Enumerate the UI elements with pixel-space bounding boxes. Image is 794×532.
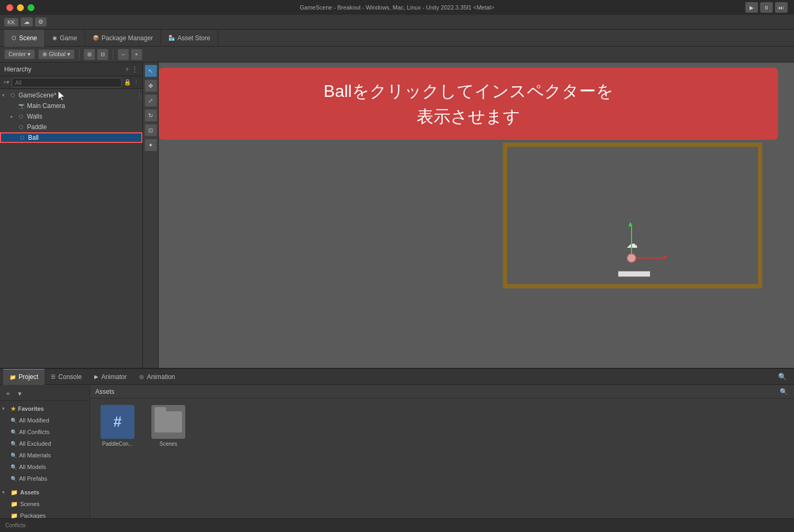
tab-package-manager[interactable]: 📦 Package Manager — [85, 30, 161, 47]
package-tab-icon: 📦 — [93, 35, 99, 41]
tab-console[interactable]: ☰ Console — [44, 369, 88, 385]
packages-folder-item[interactable]: 📁 Packages — [0, 510, 89, 518]
tab-animation[interactable]: ◎ Animation — [133, 369, 181, 385]
all-modified-item[interactable]: 🔍 All Modified — [0, 414, 89, 426]
grid-icon[interactable]: ⊞ — [84, 49, 95, 60]
project-sidebar: + ▾ ▾ ★ Favorites 🔍 All Modified 🔍 — [0, 385, 90, 518]
packages-folder-label: Packages — [20, 512, 46, 518]
asset-tab-label: Asset Store — [177, 34, 210, 42]
animator-tab-icon: ▶ — [94, 374, 98, 380]
center-button[interactable]: Center ▾ — [4, 49, 35, 59]
maximize-button[interactable] — [28, 4, 34, 11]
favorites-header[interactable]: ▾ ★ Favorites — [0, 403, 89, 414]
global-label: ⊕ Global ▾ — [42, 51, 70, 58]
conflicts-text: Conflicts — [5, 522, 25, 528]
all-excluded-item[interactable]: 🔍 All Excluded — [0, 438, 89, 449]
scale-tool[interactable]: ↻ — [145, 109, 157, 122]
all-prefabs-label: All Prefabs — [19, 475, 47, 482]
settings-button[interactable]: ⚙ — [35, 17, 47, 26]
global-button[interactable]: ⊕ Global ▾ — [38, 49, 75, 59]
scenes-folder-item[interactable]: 📁 Scenes — [0, 498, 89, 510]
search-icon-conflicts: 🔍 — [11, 429, 17, 435]
bottom-panel: 📁 Project ☰ Console ▶ Animator ◎ Animati… — [0, 368, 794, 532]
all-materials-item[interactable]: 🔍 All Materials — [0, 449, 89, 461]
tree-item-walls[interactable]: ▸ ⬡ Walls — [0, 111, 142, 122]
tree-item-ball[interactable]: ▸ ⬡ Ball — [0, 132, 142, 143]
all-models-item[interactable]: 🔍 All Models — [0, 461, 89, 473]
step-button[interactable]: ⏭ — [775, 2, 788, 13]
bottom-content: + ▾ ▾ ★ Favorites 🔍 All Modified 🔍 — [0, 385, 794, 518]
account-section: KK ☁ ⚙ — [4, 17, 47, 26]
ball-object[interactable] — [631, 258, 641, 267]
title-bar: GameScene - Breakout - Windows, Mac, Lin… — [0, 0, 794, 15]
scene-tab-icon: ⬡ — [12, 35, 16, 41]
layers-icon[interactable]: ⊟ — [97, 49, 109, 60]
assets-panel-title: Assets — [95, 388, 114, 395]
rect-tool[interactable]: ⊡ — [145, 124, 157, 137]
project-tab-label: Project — [19, 373, 38, 381]
scenes-folder-asset-icon — [151, 405, 185, 439]
hierarchy-title: Hierarchy — [4, 66, 31, 73]
toolbar-row: KK ☁ ⚙ — [0, 15, 794, 30]
tooltip-text: Ballをクリックしてインスペクターを 表示させます — [323, 78, 613, 129]
tab-project[interactable]: 📁 Project — [3, 369, 44, 385]
gizmo-y-arrow — [628, 222, 633, 226]
tree-item-main-camera[interactable]: ▸ 📷 Main Camera — [0, 101, 142, 111]
tree-item-paddle[interactable]: ▸ ⬡ Paddle — [0, 122, 142, 132]
move-tool[interactable]: ✥ — [145, 79, 157, 92]
script-hash-icon: # — [113, 413, 122, 430]
favorites-arrow: ▾ — [2, 406, 8, 411]
hierarchy-header: Hierarchy + ⋮ — [0, 62, 142, 76]
packages-folder-icon: 📁 — [11, 512, 18, 519]
search-icon-excluded: 🔍 — [11, 441, 17, 447]
project-tab-icon: 📁 — [10, 374, 16, 380]
account-button[interactable]: KK — [4, 18, 19, 26]
close-button[interactable] — [6, 4, 13, 11]
project-add-btn[interactable]: + — [3, 389, 13, 399]
minimize-button[interactable] — [17, 4, 24, 11]
ball-circle — [627, 253, 636, 263]
hierarchy-search-input[interactable] — [12, 78, 122, 87]
scene-view[interactable]: ↖ ✥ ⤢ ↻ ⊡ ✦ Ballをクリックしてインスペクターを 表示させます ☁ — [143, 62, 794, 368]
tooltip-line2: 表示させます — [323, 104, 613, 129]
center-label: Center ▾ — [8, 51, 31, 58]
tree-item-gamescene[interactable]: ▾ ⬡ GameScene* ⋮ — [0, 90, 142, 101]
status-bar: Conflicts — [0, 518, 794, 532]
search-icon-materials: 🔍 — [11, 453, 17, 458]
tab-animator[interactable]: ▶ Animator — [88, 369, 133, 385]
scene-tools: ↖ ✥ ⤢ ↻ ⊡ ✦ — [143, 62, 159, 368]
separator-2 — [113, 49, 113, 60]
more-hierarchy-icon[interactable]: ⋮ — [131, 65, 138, 73]
gamescene-more[interactable]: ⋮ — [137, 92, 142, 99]
asset-scenes[interactable]: Scenes — [147, 405, 190, 447]
game-tab-icon: ◉ — [52, 35, 57, 41]
hierarchy-search-bar: +▾ 🔒 ⋮ — [0, 76, 142, 89]
tab-asset-store[interactable]: 🏪 Asset Store — [161, 30, 218, 47]
playback-controls: ▶ ⏸ ⏭ — [745, 2, 788, 13]
rotate-tool[interactable]: ⤢ — [145, 94, 157, 107]
gamescene-arrow: ▾ — [2, 93, 8, 98]
hierarchy-panel: Hierarchy + ⋮ +▾ 🔒 ⋮ ▾ ⬡ GameScene* ⋮ — [0, 62, 143, 368]
pause-button[interactable]: ⏸ — [760, 2, 773, 13]
add-hierarchy-icon[interactable]: + — [125, 65, 129, 73]
move-icon[interactable]: ↔ — [118, 49, 129, 60]
all-conflicts-item[interactable]: 🔍 All Conflicts — [0, 426, 89, 438]
assets-search-icon[interactable]: 🔍 — [778, 387, 789, 396]
cloud-gizmo-icon: ☁ — [626, 237, 638, 250]
tab-game[interactable]: ◉ Game — [45, 30, 85, 47]
transform-tool[interactable]: ✦ — [145, 139, 157, 151]
asset-paddlecon[interactable]: # PaddleCon... — [96, 405, 139, 447]
all-prefabs-item[interactable]: 🔍 All Prefabs — [0, 473, 89, 484]
main-layout: ⬡ Scene ◉ Game 📦 Package Manager 🏪 Asset… — [0, 30, 794, 532]
play-button[interactable]: ▶ — [745, 2, 758, 13]
project-dropdown-btn[interactable]: ▾ — [15, 389, 24, 399]
paddlecon-icon: # — [101, 405, 134, 439]
gizmo-icon[interactable]: ⌖ — [131, 49, 142, 60]
bottom-tabs: 📁 Project ☰ Console ▶ Animator ◎ Animati… — [0, 369, 794, 385]
hierarchy-tree: ▾ ⬡ GameScene* ⋮ ▸ 📷 Main Camera ▸ ⬡ Wal… — [0, 89, 142, 368]
cloud-button[interactable]: ☁ — [21, 17, 33, 26]
select-tool[interactable]: ↖ — [145, 65, 157, 77]
assets-section-header[interactable]: ▾ 📁 Assets — [0, 486, 89, 498]
search-project-icon[interactable]: 🔍 — [778, 373, 787, 381]
tab-scene[interactable]: ⬡ Scene — [4, 30, 45, 47]
